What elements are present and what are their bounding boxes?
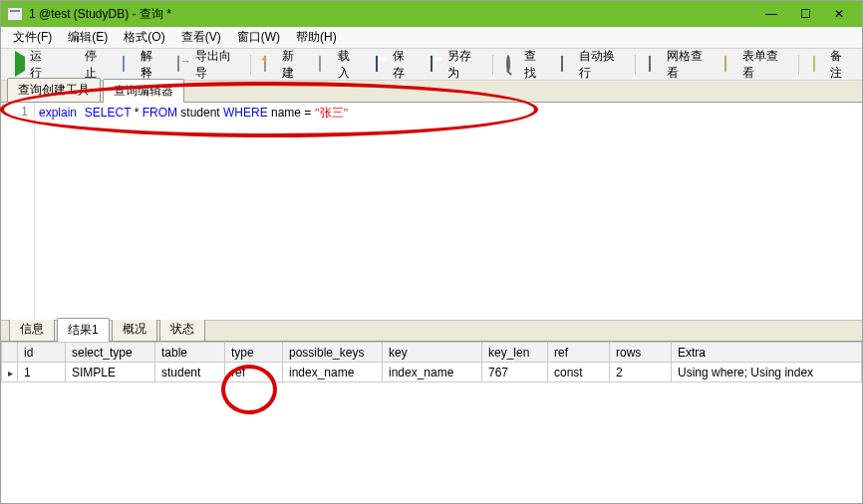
- sql-keyword: SELECT: [85, 106, 131, 120]
- save-as-label: 另存为: [447, 48, 479, 82]
- result-grid[interactable]: id select_type table type possible_keys …: [1, 342, 862, 503]
- maximize-button[interactable]: ☐: [788, 1, 822, 27]
- auto-wrap-button[interactable]: 自动换行: [554, 44, 629, 86]
- note-icon: [813, 56, 815, 72]
- load-icon: [319, 56, 321, 72]
- col-key[interactable]: key: [383, 343, 482, 363]
- cell-type[interactable]: ref: [225, 363, 283, 382]
- sql-text: *: [131, 106, 142, 120]
- result-tab-strip: 信息 结果1 概况 状态: [1, 320, 862, 342]
- tab-query-editor[interactable]: 查询编辑器: [103, 79, 184, 103]
- save-icon: [376, 56, 378, 72]
- form-view-button[interactable]: 表单查看: [718, 44, 792, 86]
- tab-status[interactable]: 状态: [159, 317, 205, 341]
- sql-keyword: explain: [39, 106, 77, 120]
- cell-extra[interactable]: Using where; Using index: [672, 363, 862, 382]
- sql-keyword: WHERE: [223, 106, 268, 120]
- grid-header-row: id select_type table type possible_keys …: [2, 343, 862, 363]
- cell-possible-keys[interactable]: index_name: [283, 363, 383, 382]
- line-gutter: 1: [1, 103, 35, 320]
- note-label: 备注: [830, 48, 851, 82]
- cell-ref[interactable]: const: [548, 363, 610, 382]
- window-title: 1 @test (StudyDB) - 查询 *: [29, 6, 754, 23]
- col-select-type[interactable]: select_type: [66, 343, 155, 363]
- title-bar: 1 @test (StudyDB) - 查询 * — ☐ ✕: [1, 1, 862, 27]
- explain-icon: [123, 56, 125, 72]
- sql-editor[interactable]: 1 explain SELECT * FROM student WHERE na…: [1, 103, 862, 320]
- save-as-button[interactable]: 另存为: [423, 44, 486, 86]
- toolbar-separator: [635, 55, 636, 75]
- load-label: 载入: [338, 48, 359, 82]
- tab-info[interactable]: 信息: [9, 317, 55, 341]
- code-area[interactable]: explain SELECT * FROM student WHERE name…: [35, 103, 862, 320]
- search-icon: [506, 55, 510, 73]
- col-key-len[interactable]: key_len: [482, 343, 548, 363]
- col-id[interactable]: id: [18, 343, 66, 363]
- play-icon: [15, 51, 25, 77]
- toolbar: 运行 停止 解释 导出向导 新建 载入 保存 另存为 查找 自动换行 网格查看 …: [1, 49, 862, 81]
- find-label: 查找: [524, 48, 545, 82]
- tab-result1[interactable]: 结果1: [57, 318, 110, 342]
- new-icon: [264, 56, 266, 72]
- tab-query-builder[interactable]: 查询创建工具: [7, 78, 101, 102]
- close-button[interactable]: ✕: [822, 1, 856, 27]
- grid-view-label: 网格查看: [667, 48, 709, 82]
- cell-key[interactable]: index_name: [383, 363, 482, 382]
- export-wizard-label: 导出向导: [195, 48, 237, 82]
- cell-table[interactable]: student: [155, 363, 225, 382]
- col-extra[interactable]: Extra: [672, 343, 862, 363]
- table-row[interactable]: 1 SIMPLE student ref index_name index_na…: [2, 363, 862, 382]
- new-button[interactable]: 新建: [257, 44, 310, 86]
- explain-label: 解释: [141, 48, 161, 82]
- grid-icon: [649, 56, 651, 72]
- minimize-button[interactable]: —: [754, 1, 788, 27]
- note-button[interactable]: 备注: [805, 44, 858, 86]
- new-label: 新建: [282, 48, 303, 82]
- cell-select-type[interactable]: SIMPLE: [66, 363, 155, 382]
- tab-profile[interactable]: 概况: [112, 317, 157, 341]
- toolbar-separator: [250, 55, 251, 75]
- sql-keyword: FROM: [143, 106, 177, 120]
- line-number: 1: [1, 105, 28, 119]
- app-icon: [7, 7, 23, 21]
- run-label: 运行: [30, 48, 51, 82]
- row-selector-header: [2, 343, 18, 363]
- save-button[interactable]: 保存: [368, 44, 421, 86]
- cell-rows[interactable]: 2: [610, 363, 672, 382]
- sql-string: "张三": [315, 106, 349, 120]
- row-indicator-icon: [2, 363, 18, 382]
- save-label: 保存: [393, 48, 414, 82]
- form-icon: [724, 56, 726, 72]
- cell-key-len[interactable]: 767: [482, 363, 548, 382]
- window-controls: — ☐ ✕: [754, 1, 856, 27]
- wrap-icon: [561, 56, 563, 72]
- col-table[interactable]: table: [155, 343, 225, 363]
- toolbar-separator: [492, 55, 493, 75]
- save-as-icon: [431, 56, 432, 72]
- col-type[interactable]: type: [225, 343, 283, 363]
- load-button[interactable]: 载入: [312, 44, 365, 86]
- toolbar-separator: [798, 55, 799, 75]
- col-rows[interactable]: rows: [610, 343, 672, 363]
- form-view-label: 表单查看: [742, 48, 784, 82]
- wizard-icon: [177, 56, 179, 72]
- find-button[interactable]: 查找: [499, 44, 552, 86]
- stop-label: 停止: [85, 48, 106, 82]
- cell-id[interactable]: 1: [18, 363, 66, 382]
- auto-wrap-label: 自动换行: [579, 48, 621, 82]
- sql-text: name =: [268, 106, 315, 120]
- col-ref[interactable]: ref: [548, 343, 610, 363]
- col-possible-keys[interactable]: possible_keys: [283, 343, 383, 363]
- sql-text: student: [177, 106, 223, 120]
- grid-view-button[interactable]: 网格查看: [642, 44, 717, 86]
